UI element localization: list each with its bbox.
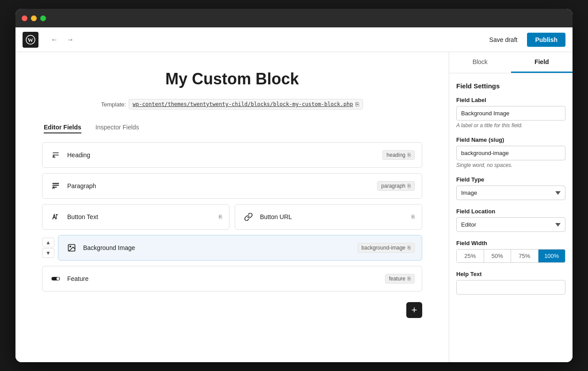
button-text-label: Button Text [67,213,214,220]
svg-text:A: A [53,154,55,158]
field-width-options: 25% 50% 75% 100% [456,249,565,263]
field-label-hint: A label or a title for this field. [456,122,565,129]
button-text-row: Button Text ⎘ [42,204,229,230]
reorder-up-button[interactable]: ▲ [42,238,54,247]
field-name-group: Field Name (slug) Single word, no spaces… [456,136,565,168]
svg-point-10 [70,246,71,247]
field-width-label: Field Width [456,240,565,246]
feature-slug-text: feature [389,276,405,282]
paragraph-field-icon: A [50,180,62,192]
field-name-input[interactable] [456,146,565,160]
field-type-select[interactable]: Text Textarea Image URL Toggle Color [456,186,565,200]
copy-button-url-slug-button[interactable]: ⎘ [412,214,415,220]
template-bar: Template: wp-content/themes/twentytwenty… [42,99,422,110]
wp-logo-icon: W [23,32,38,48]
tab-editor-fields[interactable]: Editor Fields [44,124,81,133]
publish-button[interactable]: Publish [527,33,565,47]
field-row: A Paragraph paragraph ⎘ [42,173,422,199]
minimize-dot[interactable] [31,15,37,21]
field-name-hint: Single word, no spaces. [456,162,565,168]
template-path: wp-content/themes/twentytwenty-child/blo… [129,99,363,110]
width-25-button[interactable]: 25% [457,250,484,262]
feature-slug-badge: feature ⎘ [385,274,415,284]
button-text-icon [50,211,62,223]
field-location-label: Field Location [456,208,565,215]
field-width-group: Field Width 25% 50% 75% 100% [456,240,565,263]
field-label-input[interactable] [456,106,565,121]
toolbar: W ← → Save draft Publish [15,27,573,52]
close-dot[interactable] [22,15,27,21]
field-type-group: Field Type Text Textarea Image URL Toggl… [456,176,565,200]
tab-inspector-fields[interactable]: Inspector Fields [95,124,139,133]
svg-rect-3 [53,183,59,184]
width-50-button[interactable]: 50% [484,250,512,262]
field-label-group: Field Label A label or a title for this … [456,97,565,129]
forward-button[interactable]: → [63,33,77,47]
save-draft-button[interactable]: Save draft [484,34,523,46]
background-image-slug-text: background-image [362,245,405,251]
help-text-label: Help Text [456,271,565,277]
button-row-split: Button Text ⎘ Button URL ⎘ [42,204,422,230]
sidebar: Block Field Field Settings Field Label A… [449,52,573,362]
add-field-button[interactable]: + [406,302,422,318]
width-75-button[interactable]: 75% [511,250,538,262]
heading-field-icon: A [50,149,62,161]
background-image-label: Background Image [83,244,352,251]
tab-field[interactable]: Field [511,52,573,73]
maximize-dot[interactable] [40,15,46,21]
svg-text:W: W [28,36,34,43]
field-row: A Heading heading ⎘ [42,142,422,168]
copy-paragraph-slug-button[interactable]: ⎘ [408,183,411,189]
template-label: Template: [101,101,126,108]
copy-template-path-button[interactable]: ⎘ [355,101,359,108]
background-image-slug-badge: background-image ⎘ [358,243,415,253]
reorder-controls: ▲ ▼ [42,238,54,258]
add-field-area: + [42,299,422,318]
svg-point-12 [57,277,59,280]
toolbar-nav: ← → [47,33,77,47]
field-label-label: Field Label [456,97,565,103]
button-url-row: Button URL ⎘ [235,204,422,230]
field-location-select[interactable]: Editor Inspector [456,217,565,232]
copy-heading-slug-button[interactable]: ⎘ [408,152,411,158]
field-location-group: Field Location Editor Inspector [456,208,565,232]
reorder-down-button[interactable]: ▼ [42,248,54,258]
width-100-button[interactable]: 100% [538,250,565,262]
heading-field-label: Heading [67,151,377,159]
copy-button-text-slug-button[interactable]: ⎘ [219,214,222,220]
copy-background-image-slug-button[interactable]: ⎘ [408,245,411,251]
sidebar-content: Field Settings Field Label A label or a … [449,73,573,311]
field-type-label: Field Type [456,176,565,183]
copy-feature-slug-button[interactable]: ⎘ [408,276,411,282]
feature-field-label: Feature [67,275,380,282]
toolbar-right: Save draft Publish [484,33,565,47]
feature-row: Feature feature ⎘ [42,266,422,292]
svg-text:A: A [52,186,55,190]
heading-slug-text: heading [386,152,405,158]
field-rows: A Heading heading ⎘ [42,142,422,318]
back-button[interactable]: ← [47,33,61,47]
page-title: My Custom Block [42,70,422,88]
feature-icon [50,273,62,285]
help-text-group: Help Text [456,271,565,295]
button-url-label: Button URL [260,213,406,220]
help-text-input[interactable] [456,280,565,295]
background-image-wrapper: ▲ ▼ Background Image [42,235,422,261]
template-path-text: wp-content/themes/twentytwenty-child/blo… [133,101,353,107]
sidebar-tabs: Block Field [449,52,573,73]
sidebar-section-title: Field Settings [456,82,565,90]
heading-slug-badge: heading ⎘ [382,150,415,160]
paragraph-slug-text: paragraph [381,183,405,189]
paragraph-slug-badge: paragraph ⎘ [377,181,415,191]
main-area: My Custom Block Template: wp-content/the… [15,52,573,362]
tab-block[interactable]: Block [449,52,511,73]
paragraph-field-label: Paragraph [67,182,372,189]
background-image-row: Background Image background-image ⎘ [58,235,422,261]
fields-tabs: Editor Fields Inspector Fields [42,124,422,133]
background-image-icon [65,242,78,254]
app-body: W ← → Save draft Publish My Custom Block… [15,27,573,362]
field-name-label: Field Name (slug) [456,136,565,143]
editor-area: My Custom Block Template: wp-content/the… [15,52,449,362]
titlebar [15,9,573,27]
button-url-icon [242,211,255,223]
